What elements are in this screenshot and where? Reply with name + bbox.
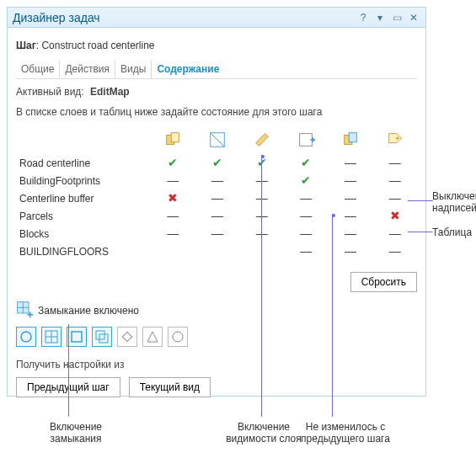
table-row: Centerline buffer✖————— [16,189,417,207]
grid-cell[interactable] [151,242,195,260]
table-row: Parcels—————✖ [16,207,417,225]
shape-double-square-button[interactable] [92,327,112,347]
svg-rect-7 [349,133,356,142]
get-settings-label: Получить настройки из [16,359,417,370]
tab-views[interactable]: Виды [115,60,152,78]
grid-cell[interactable]: ✖ [372,207,417,225]
col-editable-icon [239,128,284,154]
col-labels-icon [372,128,417,154]
grid-cell[interactable]: — [195,172,240,189]
active-view-label: Активный вид: [16,86,84,98]
col-selectable-icon [195,128,240,154]
grid-cell[interactable]: — [329,189,373,207]
svg-rect-3 [300,134,313,146]
grid-cell[interactable]: — [195,207,240,225]
svg-rect-20 [99,334,108,343]
shape-circle-button[interactable] [16,327,36,347]
shape-triangle-button[interactable] [142,327,163,347]
shape-circle2-button[interactable] [168,327,188,347]
grid-cell[interactable]: — [329,242,373,260]
grid-cell[interactable]: — [284,189,329,207]
annot-dot [332,214,335,217]
shape-diamond-button[interactable] [117,327,137,347]
grid-cell[interactable] [195,242,240,260]
close-icon[interactable]: ✕ [407,11,420,24]
step-name: Construct road centerline [41,40,154,51]
grid-cell[interactable]: ✖ [151,189,195,207]
annot-line [408,232,433,232]
grid-cell[interactable]: — [151,225,195,242]
layer-name: Parcels [16,207,151,225]
titlebar: Дизайнер задач ? ▾ ▭ ✕ [8,8,425,28]
active-view-row: Активный вид: EditMap [16,86,417,98]
shape-toolbar [16,327,417,347]
annot-unchanged: Не изменилось с предыдущего шага [295,421,396,445]
annot-line [68,324,69,417]
step-row: Шаг: Construct road centerline [16,40,417,51]
maximize-icon[interactable]: ▭ [390,11,404,24]
grid-plus-icon [16,301,33,320]
help-icon[interactable]: ? [356,11,370,24]
annot-dot [261,155,265,158]
grid-cell[interactable]: — [151,207,195,225]
task-designer-panel: Дизайнер задач ? ▾ ▭ ✕ Шаг: Construct ro… [7,7,426,397]
table-row: Blocks—————— [16,225,417,242]
grid-cell[interactable]: ✔ [195,154,240,172]
snapping-label: Замыкание включено [38,305,139,317]
grid-cell[interactable]: — [195,225,240,242]
grid-cell[interactable]: ✔ [284,172,329,189]
current-view-button[interactable]: Текущий вид [129,377,211,397]
window-title: Дизайнер задач [13,11,100,24]
grid-cell[interactable]: — [372,189,417,207]
annot-table: Таблица [432,226,472,238]
svg-point-8 [396,137,398,140]
grid-cell[interactable]: — [329,154,373,172]
annot-line [261,155,262,417]
grid-cell[interactable]: — [372,242,417,260]
col-visibility-icon [284,128,329,154]
grid-cell[interactable]: — [372,172,417,189]
grid-cell[interactable]: — [195,189,240,207]
annot-line [408,200,433,201]
layer-name: BUILDINGFLOORS [16,242,151,260]
grid-cell[interactable]: ✔ [284,154,329,172]
layer-name: Centerline buffer [16,189,151,207]
layer-name: Blocks [16,225,151,242]
shape-square-button[interactable] [67,327,87,347]
grid-cell[interactable]: — [329,225,373,242]
tabs: Общие Действия Виды Содержание [16,60,417,79]
svg-rect-1 [171,133,179,142]
shape-grid-button[interactable] [41,327,62,347]
table-row: Road centerline✔✔✔✔—— [16,154,417,172]
annot-snap-on: Включение замыкания [34,421,118,445]
layer-name: BuildingFootprints [16,172,151,189]
step-prefix: Шаг [16,40,36,51]
grid-cell[interactable]: — [372,154,417,172]
svg-rect-19 [96,331,104,339]
instruction-text: В списке слоев и таблиц ниже задайте сос… [16,106,417,118]
active-view-value: EditMap [90,86,130,98]
layer-name: Road centerline [16,154,151,172]
tab-general[interactable]: Общие [16,60,60,78]
svg-rect-21 [122,332,131,341]
grid-cell[interactable]: — [284,207,329,225]
table-row: BUILDINGFLOORS——— [16,242,417,260]
grid-cell[interactable]: — [329,172,373,189]
dropdown-icon[interactable]: ▾ [373,11,387,24]
grid-cell[interactable]: — [284,225,329,242]
svg-rect-18 [72,332,82,342]
grid-cell[interactable]: — [151,172,195,189]
svg-point-14 [21,332,31,342]
grid-cell[interactable]: — [372,225,417,242]
tab-contents[interactable]: Содержание [152,60,224,78]
annot-labels-off: Выключени надписей [432,190,476,215]
grid-cell[interactable]: ✔ [151,154,195,172]
col-symbology-icon [329,128,373,154]
tab-actions[interactable]: Действия [60,60,115,78]
table-row: BuildingFootprints———✔—— [16,172,417,189]
svg-point-22 [173,332,183,342]
annot-line [332,214,333,417]
layers-grid: Road centerline✔✔✔✔——BuildingFootprints—… [16,128,417,260]
reset-button[interactable]: Сбросить [350,272,417,292]
grid-cell[interactable]: — [284,242,329,260]
